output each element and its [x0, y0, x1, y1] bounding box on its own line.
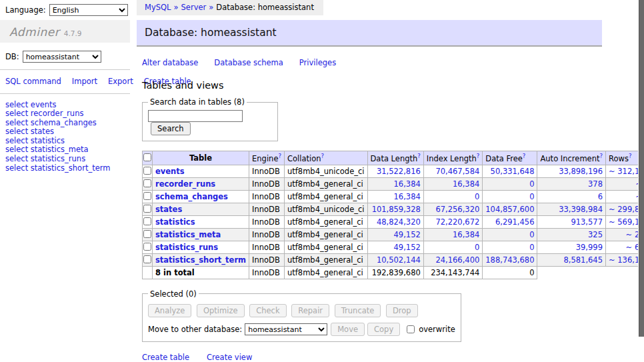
auto_increment-link[interactable]: 8,581,645	[563, 255, 603, 265]
move-button[interactable]: Move	[331, 323, 365, 336]
row-checkbox[interactable]	[143, 217, 151, 225]
tables-grid: TableEngine?Collation?Data Length?Index …	[142, 151, 644, 279]
sidebar-item-select-events[interactable]: select events	[5, 101, 130, 110]
data_length-link[interactable]: 48,824,320	[377, 217, 421, 227]
sidebar-item-select-statistics-runs[interactable]: select statistics_runs	[5, 155, 130, 164]
db-select[interactable]: homeassistant	[23, 51, 101, 63]
help-icon[interactable]: ?	[599, 153, 603, 159]
table-link[interactable]: states	[155, 205, 182, 214]
search-button[interactable]: Search	[151, 122, 191, 135]
create-view-link[interactable]: Create view	[207, 353, 252, 362]
sidebar-item-select-schema-changes[interactable]: select schema_changes	[5, 119, 130, 128]
auto_increment-link[interactable]: 325	[588, 230, 603, 239]
alter-database-link[interactable]: Alter database	[142, 58, 198, 67]
row-checkbox[interactable]	[143, 192, 151, 200]
help-icon[interactable]: ?	[523, 153, 526, 159]
repair-button[interactable]: Repair	[291, 304, 329, 317]
row-checkbox[interactable]	[143, 179, 151, 187]
select-all-checkbox[interactable]	[143, 153, 151, 161]
table-link[interactable]: statistics_runs	[155, 243, 218, 252]
sidebar-item-select-statistics-meta[interactable]: select statistics_meta	[5, 145, 130, 155]
index_length-link[interactable]: 16,384	[453, 179, 479, 189]
sidebar-item-select-states[interactable]: select states	[5, 127, 130, 137]
data_length-link[interactable]: 16,384	[394, 192, 421, 201]
data_free-link[interactable]: 50,331,648	[491, 167, 535, 176]
truncate-button[interactable]: Truncate	[335, 304, 381, 317]
data_free-link[interactable]: 0	[529, 179, 534, 189]
data_length-cell: 101,859,328	[367, 203, 423, 215]
auto_increment-link[interactable]: 33,398,984	[559, 205, 603, 214]
auto_increment-link[interactable]: 378	[588, 179, 603, 189]
data_free-link[interactable]: 0	[529, 230, 534, 239]
index_length-link[interactable]: 0	[475, 192, 479, 201]
search-input[interactable]	[148, 110, 243, 122]
table-link[interactable]: statistics_short_term	[155, 255, 246, 265]
sidebar-link-export[interactable]: Export	[108, 77, 133, 86]
data_free-link[interactable]: 0	[529, 192, 534, 201]
data_length-cell: 31,522,816	[367, 165, 423, 177]
copy-button[interactable]: Copy	[367, 323, 400, 336]
table-link[interactable]: statistics_meta	[155, 230, 221, 239]
sidebar-item-select-recorder-runs[interactable]: select recorder_runs	[5, 109, 130, 119]
brand-name: Adminer	[9, 25, 59, 39]
auto_increment-link[interactable]: 6	[598, 192, 603, 201]
breadcrumb-link-mysql[interactable]: MySQL	[145, 3, 171, 12]
language-select[interactable]: English	[49, 4, 128, 16]
table-link[interactable]: schema_changes	[155, 192, 228, 201]
table-link[interactable]: events	[155, 167, 185, 176]
sidebar-link-import[interactable]: Import	[72, 77, 97, 86]
auto_increment-link[interactable]: 913,577	[571, 217, 603, 227]
index_length-link[interactable]: 0	[475, 243, 479, 252]
help-icon[interactable]: ?	[278, 153, 281, 159]
help-icon[interactable]: ?	[321, 153, 325, 159]
row-checkbox[interactable]	[143, 205, 151, 213]
create-table-link[interactable]: Create table	[142, 353, 189, 362]
auto_increment-link[interactable]: 33,898,196	[559, 167, 603, 176]
row-checkbox[interactable]	[143, 167, 151, 175]
breadcrumb-link-server[interactable]: Server	[181, 3, 207, 12]
data_length-link[interactable]: 49,152	[394, 230, 421, 239]
data_free-link[interactable]: 6,291,456	[495, 217, 535, 227]
help-icon[interactable]: ?	[629, 153, 632, 159]
auto_increment-link[interactable]: 39,999	[576, 243, 603, 252]
row-checkbox[interactable]	[143, 255, 151, 263]
data_length-link[interactable]: 31,522,816	[377, 167, 421, 176]
data_length-link[interactable]: 16,384	[394, 179, 421, 189]
table-link[interactable]: statistics	[155, 217, 195, 227]
index_length-link[interactable]: 67,256,320	[435, 205, 479, 214]
drop-button[interactable]: Drop	[386, 304, 418, 317]
brand-version[interactable]: 4.7.9	[64, 29, 82, 37]
column-header-engine: Engine?	[249, 151, 285, 165]
help-icon[interactable]: ?	[417, 153, 421, 159]
overwrite-checkbox[interactable]	[407, 325, 415, 333]
index_length-link[interactable]: 16,384	[453, 230, 479, 239]
move-database-select[interactable]: homeassistant	[245, 323, 327, 335]
sidebar-link-sql-command[interactable]: SQL command	[5, 77, 61, 86]
sidebar-item-select-statistics[interactable]: select statistics	[5, 137, 130, 146]
check-button[interactable]: Check	[249, 304, 286, 317]
data_free-link[interactable]: 104,857,600	[485, 205, 534, 214]
total-index_length-cell: 234,143,744	[423, 266, 483, 279]
vertical-scrollbar-track[interactable]	[638, 0, 644, 362]
data_length-link[interactable]: 10,502,144	[377, 255, 421, 265]
data_length-cell: 16,384	[367, 190, 423, 203]
data_length-link[interactable]: 49,152	[394, 243, 421, 252]
optimize-button[interactable]: Optimize	[197, 304, 245, 317]
data_length-link[interactable]: 101,859,328	[372, 205, 421, 214]
data_free-link[interactable]: 188,743,680	[485, 255, 534, 265]
auto_increment-cell: 39,999	[537, 241, 606, 253]
help-icon[interactable]: ?	[477, 153, 480, 159]
index_length-link[interactable]: 72,220,672	[435, 217, 479, 227]
index_length-link[interactable]: 24,166,400	[435, 255, 479, 265]
row-checkbox[interactable]	[143, 243, 151, 251]
data_free-link[interactable]: 0	[529, 243, 534, 252]
analyze-button[interactable]: Analyze	[148, 304, 191, 317]
vertical-scrollbar-thumb[interactable]	[639, 0, 644, 337]
table-link[interactable]: recorder_runs	[155, 179, 215, 189]
database-schema-link[interactable]: Database schema	[214, 58, 283, 67]
sidebar-divider	[0, 93, 130, 94]
index_length-link[interactable]: 70,467,584	[435, 167, 479, 176]
privileges-link[interactable]: Privileges	[299, 58, 336, 67]
row-checkbox[interactable]	[143, 230, 151, 238]
sidebar-item-select-statistics-short-term[interactable]: select statistics_short_term	[5, 164, 130, 173]
